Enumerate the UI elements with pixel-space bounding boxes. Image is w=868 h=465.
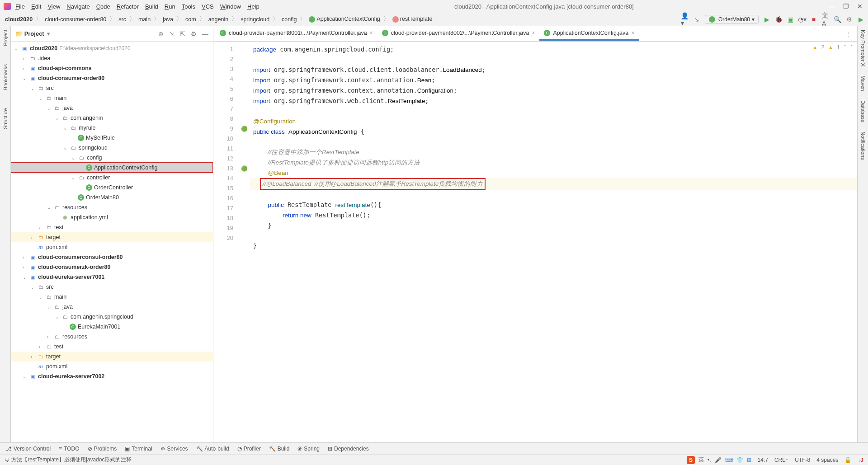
tree-item[interactable]: ⌄▣cloud-consumer-order80 (11, 73, 213, 83)
chevron-down-icon[interactable]: ▾ (47, 30, 50, 37)
tree-item[interactable]: ›▣cloud-consumerconsul-order80 (11, 252, 213, 262)
tree-item[interactable]: CApplicationContextConfig (11, 163, 213, 173)
left-tool-bookmarks[interactable]: Bookmarks (3, 64, 8, 90)
toolwindow-build[interactable]: 🔨Build (269, 446, 290, 452)
tree-item[interactable]: ›🗀test (11, 342, 213, 352)
breadcrumb-item[interactable]: java (161, 16, 175, 23)
stop-icon[interactable]: ■ (810, 16, 817, 23)
tree-item[interactable]: ›🗀test (11, 222, 213, 232)
tree-item[interactable]: ⌄🗀resources (11, 202, 213, 212)
chevron-up-icon[interactable]: ˄ (844, 44, 846, 51)
tree-item[interactable]: ⌄🗀src (11, 282, 213, 292)
menu-view[interactable]: View (47, 3, 60, 10)
tree-item[interactable]: ⌄🗀src (11, 83, 213, 93)
close-tab-icon[interactable]: × (370, 30, 373, 36)
run-icon[interactable]: ▶ (763, 16, 770, 23)
menu-window[interactable]: Window (220, 3, 241, 10)
chevron-down-icon[interactable]: ˅ (850, 44, 853, 51)
breadcrumb-item[interactable]: src (117, 16, 127, 23)
menu-help[interactable]: Help (247, 3, 259, 10)
breadcrumb-item[interactable]: restTemplate (391, 16, 434, 23)
tree-item[interactable]: ›🗀target (11, 352, 213, 362)
more-tabs-icon[interactable]: ⋮ (846, 30, 852, 37)
menu-run[interactable]: Run (165, 3, 175, 10)
ime-punct[interactable]: •, (708, 457, 711, 463)
settings-icon[interactable]: ⚙ (845, 16, 853, 23)
editor-tab[interactable]: Ccloud-provider-payment8001\...\PaymentC… (215, 27, 377, 41)
breadcrumb-item[interactable]: cloud-consumer-order80 (43, 16, 108, 23)
project-tree[interactable]: ⌄▣cloud2020E:\idea-workspace\cloud2020›🗀… (11, 42, 213, 442)
search-icon[interactable]: 🔍 (834, 16, 841, 23)
toolwindow-problems[interactable]: ⊘Problems (88, 446, 117, 452)
toolwindow-terminal[interactable]: ▣Terminal (125, 446, 152, 452)
editor-tab[interactable]: Ccloud-provider-payment8002\...\PaymentC… (377, 27, 540, 41)
collapse-all-icon[interactable]: ⇱ (180, 30, 185, 38)
caret-position[interactable]: 14:7 (758, 457, 768, 463)
tree-item[interactable]: ⌄🗀java (11, 302, 213, 312)
menu-code[interactable]: Code (96, 3, 110, 10)
tree-root[interactable]: ⌄▣cloud2020E:\idea-workspace\cloud2020 (11, 43, 213, 53)
tree-item[interactable]: ⌄🗀main (11, 292, 213, 302)
tree-item[interactable]: ⬣application.yml (11, 212, 213, 222)
tree-item[interactable]: COrderMain80 (11, 193, 213, 202)
select-opened-icon[interactable]: ⊕ (158, 30, 164, 38)
run-config-selector[interactable]: OrderMain80 ▾ (705, 15, 759, 24)
toolwindow-profiler[interactable]: ◔Profiler (237, 446, 261, 452)
file-encoding[interactable]: UTF-8 (795, 457, 810, 463)
indent-setting[interactable]: 4 spaces (816, 457, 838, 463)
close-tab-icon[interactable]: × (532, 30, 535, 36)
right-tool-maven[interactable]: Maven (860, 75, 866, 91)
tree-item[interactable]: CMySelfRule (11, 133, 213, 143)
line-separator[interactable]: CRLF (774, 457, 788, 463)
tree-item[interactable]: ⌄🗀controller (11, 173, 213, 183)
left-tool-project[interactable]: Project (3, 30, 8, 46)
profile-icon[interactable]: ◔▾ (798, 16, 806, 23)
user-icon[interactable]: 👤▾ (681, 16, 689, 23)
maximize-button[interactable]: ❐ (843, 3, 849, 10)
menu-tools[interactable]: Tools (182, 3, 195, 10)
close-button[interactable]: ✕ (857, 3, 863, 10)
ime-keyboard-icon[interactable]: ⌨ (725, 457, 733, 463)
hide-icon[interactable]: — (202, 30, 208, 38)
breadcrumb-item[interactable]: config (280, 16, 298, 23)
toolwindow-dependencies[interactable]: ⊞Dependencies (328, 446, 369, 452)
readonly-icon[interactable]: 🔓 (844, 457, 851, 463)
toolwindow-spring[interactable]: ❀Spring (297, 446, 320, 452)
right-tool-database[interactable]: Database (860, 100, 866, 122)
right-tool-notifications[interactable]: Notifications (860, 132, 866, 160)
menu-refactor[interactable]: Refactor (117, 3, 139, 10)
tree-item[interactable]: ›🗀.idea (11, 53, 213, 63)
toolwindow-todo[interactable]: ≡TODO (59, 446, 79, 452)
ime-badge[interactable]: S (687, 456, 695, 464)
ime-skin-icon[interactable]: 👕 (736, 457, 743, 463)
tree-item[interactable]: ⌄🗀main (11, 93, 213, 103)
tree-item[interactable]: ⌄🗀com.angenin (11, 113, 213, 123)
coverage-icon[interactable]: ▣ (787, 16, 794, 23)
menu-file[interactable]: File (15, 3, 25, 10)
right-tool-key-promoter-x[interactable]: Key Promoter X (860, 30, 866, 66)
tree-item[interactable]: ›▣cloud-api-commons (11, 63, 213, 73)
tree-item[interactable]: ⌄🗀myrule (11, 123, 213, 133)
minimize-button[interactable]: — (829, 3, 835, 10)
breadcrumb-item[interactable]: ApplicationContextConfig (307, 16, 381, 23)
run-anything-icon[interactable]: ▶ (857, 16, 864, 23)
breadcrumb-item[interactable]: com (184, 16, 198, 23)
tree-item[interactable]: ›▣cloud-consumerzk-order80 (11, 262, 213, 272)
toolwindow-version-control[interactable]: ⎇Version Control (5, 446, 51, 452)
tree-item[interactable]: ›🗀target (11, 232, 213, 242)
editor-tab[interactable]: CApplicationContextConfig.java× (539, 27, 639, 41)
ime-mic-icon[interactable]: 🎤 (715, 457, 722, 463)
tree-item[interactable]: ⌄🗀springcloud (11, 143, 213, 153)
tree-item[interactable]: ⌄🗀com.angenin.springcloud (11, 312, 213, 322)
tree-item[interactable]: ⌄▣cloud-eureka-server7001 (11, 272, 213, 282)
translate-icon[interactable]: 文A (822, 16, 829, 23)
inspection-badges[interactable]: ▲2 ▲1 ˄ ˅ (812, 44, 853, 51)
breadcrumb-item[interactable]: cloud2020 (4, 16, 34, 23)
tree-item[interactable]: COrderController (11, 183, 213, 193)
menu-vcs[interactable]: VCS (202, 3, 214, 10)
expand-all-icon[interactable]: ⇲ (169, 30, 175, 38)
code-editor[interactable]: 1234567891011121314151617181920 🟢 🟢 pack… (213, 42, 857, 442)
ime-toolbox-icon[interactable]: ⊞ (747, 457, 751, 463)
ime-lang[interactable]: 英 (698, 456, 704, 464)
update-icon[interactable]: ↓J (858, 457, 863, 463)
